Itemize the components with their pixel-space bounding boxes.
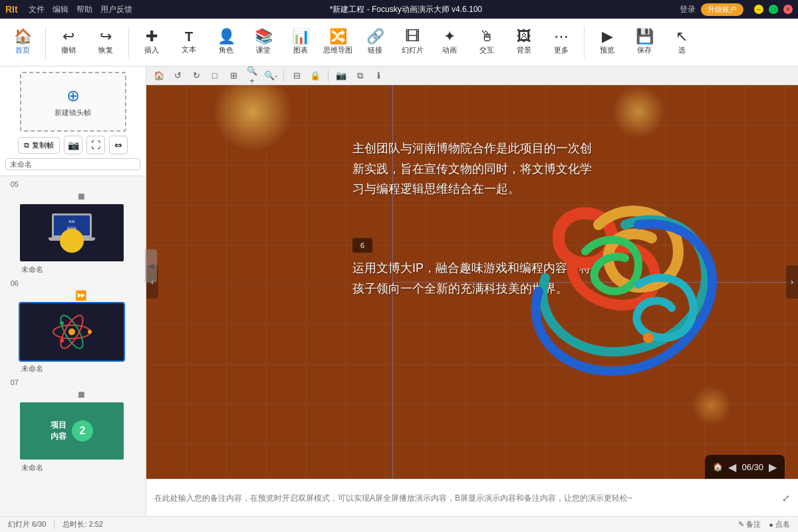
statusbar: 幻灯片 6/30 总时长: 2:52 ✎ 备注 ● 点名 (0, 516, 798, 532)
slide-05-thumb[interactable]: ≡≡≡≡≡ (19, 203, 125, 263)
interact-label: 交互 (479, 45, 494, 55)
slide-05-bg: ≡≡≡≡≡ (20, 204, 124, 261)
slide-06-header: 06 (3, 278, 143, 289)
slide-info-text: 幻灯片 6/30 (8, 519, 46, 529)
home-icon: 🏠 (14, 29, 32, 44)
toolbar-ppt[interactable]: 🎞 幻灯片 (395, 23, 430, 63)
ct-rotate-right-btn[interactable]: ↻ (189, 68, 203, 83)
select-label: 选 (678, 45, 686, 55)
slide-07-thumb[interactable]: 项目内容 2 (19, 401, 125, 461)
ct-rotate-left-btn[interactable]: ↺ (170, 68, 185, 83)
titlebar: RIt 文件 编辑 帮助 用户反馈 *新建工程 - Focusky动画演示大师 … (0, 0, 798, 19)
upgrade-button[interactable]: 升级账户 (701, 3, 743, 16)
window-title: *新建工程 - Focusky动画演示大师 v4.6.100 (330, 4, 482, 15)
ct-zoom-out-btn[interactable]: 🔍- (263, 68, 278, 83)
toolbar-home[interactable]: 🏠 首页 (5, 23, 40, 63)
right-panel-toggle[interactable]: › (786, 265, 798, 299)
notes-input[interactable] (154, 493, 777, 503)
link-label: 链接 (368, 45, 382, 55)
mirror-button[interactable]: ⇔ (109, 136, 128, 154)
toolbar-text[interactable]: T 文本 (172, 23, 206, 63)
laptop-graphic: ≡≡≡≡≡ (49, 213, 95, 253)
toolbar-link[interactable]: 🔗 链接 (358, 23, 392, 63)
undo-label: 撤销 (61, 45, 76, 55)
toolbar-preview[interactable]: ▶ 预览 (590, 23, 624, 63)
dot-name-button[interactable]: ● 点名 (769, 519, 790, 529)
canvas-toolbar: 🏠 ↺ ↻ □ ⊞ 🔍+ 🔍- ⊟ 🔒 📷 ⧉ ℹ (146, 66, 798, 85)
menu-help[interactable]: 帮助 (76, 4, 92, 15)
screenshot-button[interactable]: 📷 (64, 136, 82, 154)
toolbar-chart[interactable]: 📊 图表 (283, 23, 318, 63)
toolbar-mindmap[interactable]: 🔀 思维导图 (321, 23, 355, 63)
more-label: 更多 (554, 45, 569, 55)
minimize-button[interactable]: ─ (754, 5, 763, 14)
toolbar-insert[interactable]: ✚ 插入 (134, 23, 169, 63)
toolbar-anim[interactable]: ✦ 动画 (432, 23, 467, 63)
close-button[interactable]: ✕ (783, 5, 793, 14)
toolbar-more[interactable]: ⋯ 更多 (544, 23, 579, 63)
toolbar-classroom[interactable]: 📚 课堂 (246, 23, 281, 63)
notes-expand-button[interactable]: ⤢ (782, 493, 790, 503)
ct-frame-btn[interactable]: ⊞ (226, 68, 241, 83)
redo-label: 恢复 (98, 45, 113, 55)
anim-stop2-icon: ⏹ (76, 389, 86, 400)
login-button[interactable]: 登录 (680, 4, 696, 15)
slide-06-name: 未命名 (19, 363, 143, 374)
new-frame-label: 新建镜头帧 (55, 108, 91, 118)
slide-item-06[interactable]: 06 ⏩ (3, 278, 143, 374)
new-frame-button[interactable]: ⊕ 新建镜头帧 (20, 72, 126, 132)
dot-icon: ● (769, 521, 773, 529)
copy-frame-button[interactable]: ⧉ 复制帧 (18, 137, 60, 154)
duration-info: 总时长: 2:52 (63, 519, 103, 529)
duration-text: 总时长: 2:52 (63, 519, 103, 529)
expand-icon: ⛶ (91, 140, 100, 150)
ct-zoom-in-btn[interactable]: 🔍+ (245, 68, 259, 83)
toolbar-undo[interactable]: ↩ 撤销 (51, 23, 86, 63)
ct-camera2-btn[interactable]: 📷 (334, 68, 348, 83)
svg-point-5 (60, 321, 64, 325)
role-label: 角色 (219, 45, 233, 55)
slide-list: 05 ⏹ ≡≡≡≡≡ (0, 176, 146, 516)
main-canvas[interactable]: 6 主创团队与河南博物院合作是此项目的一次创新实践，旨在宣传文物的同时，将文博文… (146, 85, 798, 479)
slide-name-input[interactable] (5, 158, 140, 170)
menu-file[interactable]: 文件 (29, 4, 45, 15)
toolbar-select[interactable]: ↖ 选 (664, 23, 699, 63)
collapse-sidebar-button[interactable]: ◀ (145, 249, 157, 283)
window-controls: ─ □ ✕ (754, 5, 793, 14)
laptop-circle (60, 229, 84, 253)
atom-graphic (49, 309, 95, 355)
menu-edit[interactable]: 编辑 (53, 4, 68, 15)
expand-button[interactable]: ⛶ (86, 136, 105, 154)
status-right: ✎ 备注 ● 点名 (738, 519, 790, 529)
svg-point-4 (88, 330, 92, 334)
nav-prev-button[interactable]: ◀ (728, 461, 736, 473)
ct-info-btn[interactable]: ℹ (371, 68, 386, 83)
slide-item-05[interactable]: 05 ⏹ ≡≡≡≡≡ (3, 179, 143, 275)
slide-item-07[interactable]: 07 ⏹ 项目内容 2 未命名 (3, 377, 143, 473)
slide-info: 幻灯片 6/30 (8, 519, 46, 529)
toolbar-interact[interactable]: 🖱 交互 (469, 23, 504, 63)
toolbar-save[interactable]: 💾 保存 (627, 23, 662, 63)
slide-06-thumb[interactable] (19, 302, 125, 362)
toolbar-redo[interactable]: ↪ 恢复 (88, 23, 123, 63)
ct-home-btn[interactable]: 🏠 (152, 68, 166, 83)
toolbar-sep-2 (128, 27, 129, 59)
maximize-button[interactable]: □ (769, 5, 778, 14)
home-label: 首页 (15, 45, 30, 55)
ppt-label: 幻灯片 (402, 45, 424, 55)
ct-square-btn[interactable]: □ (207, 68, 222, 83)
menu-feedback[interactable]: 用户反馈 (100, 4, 132, 15)
nav-home-icon[interactable]: 🏠 (713, 462, 723, 471)
nav-next-button[interactable]: ▶ (769, 461, 777, 473)
annotation-button[interactable]: ✎ 备注 (738, 519, 761, 529)
ct-layers-btn[interactable]: ⧉ (352, 68, 367, 83)
ct-lock-btn[interactable]: 🔒 (308, 68, 323, 83)
toolbar: 🏠 首页 ↩ 撤销 ↪ 恢复 ✚ 插入 T 文本 👤 角色 📚 课堂 📊 图表 … (0, 19, 798, 66)
mindmap-icon: 🔀 (329, 29, 347, 44)
toolbar-bg[interactable]: 🖼 背景 (507, 23, 541, 63)
decorative-shape[interactable] (505, 185, 732, 384)
more-icon: ⋯ (554, 29, 569, 44)
mindmap-label: 思维导图 (323, 45, 352, 55)
ct-align-btn[interactable]: ⊟ (289, 68, 304, 83)
toolbar-role[interactable]: 👤 角色 (209, 23, 243, 63)
